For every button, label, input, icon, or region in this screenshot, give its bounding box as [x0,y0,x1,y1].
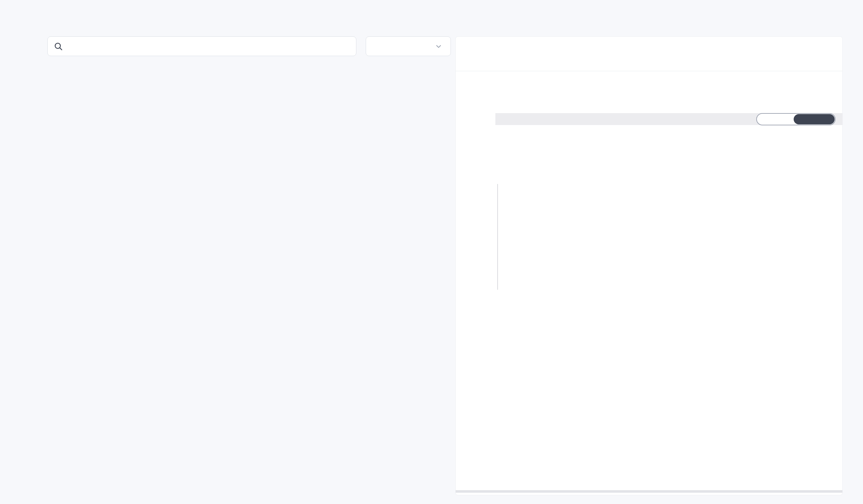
rego-toggle-button[interactable] [794,114,835,125]
search-input[interactable] [68,41,356,51]
entity-filter-dropdown[interactable] [366,36,451,56]
view-mode-toggle[interactable] [756,113,836,125]
indent-guide [497,184,498,290]
code-editor[interactable] [456,71,842,493]
policy-detail-header [456,37,842,71]
visual-toggle-button[interactable] [757,114,795,125]
policy-detail-panel [455,36,843,495]
chevron-down-icon [434,42,443,51]
search-box [47,36,357,56]
horizontal-scrollbar[interactable] [456,490,842,493]
search-icon [53,41,63,51]
policy-list[interactable] [47,62,451,498]
sample-policies-page: { "page": { "title": "Select from sample… [0,0,863,504]
